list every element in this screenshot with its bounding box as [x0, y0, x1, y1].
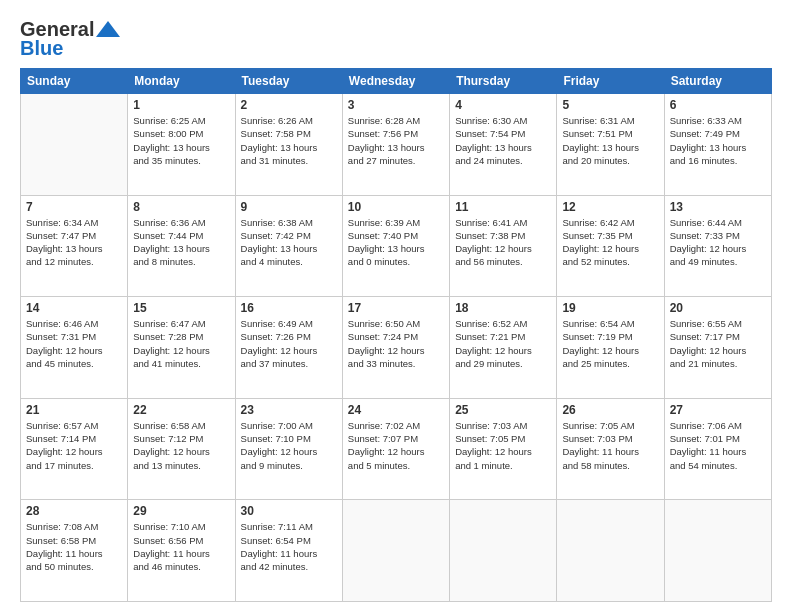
calendar-cell: 11Sunrise: 6:41 AM Sunset: 7:38 PM Dayli…	[450, 195, 557, 297]
page: General Blue SundayMondayTuesdayWednesda…	[0, 0, 792, 612]
day-number: 18	[455, 301, 551, 315]
day-info: Sunrise: 6:31 AM Sunset: 7:51 PM Dayligh…	[562, 114, 658, 167]
week-row-5: 28Sunrise: 7:08 AM Sunset: 6:58 PM Dayli…	[21, 500, 772, 602]
logo: General Blue	[20, 18, 120, 60]
calendar-cell: 13Sunrise: 6:44 AM Sunset: 7:33 PM Dayli…	[664, 195, 771, 297]
day-number: 1	[133, 98, 229, 112]
day-info: Sunrise: 6:33 AM Sunset: 7:49 PM Dayligh…	[670, 114, 766, 167]
week-row-2: 7Sunrise: 6:34 AM Sunset: 7:47 PM Daylig…	[21, 195, 772, 297]
day-info: Sunrise: 7:06 AM Sunset: 7:01 PM Dayligh…	[670, 419, 766, 472]
day-number: 29	[133, 504, 229, 518]
day-info: Sunrise: 7:02 AM Sunset: 7:07 PM Dayligh…	[348, 419, 444, 472]
day-number: 7	[26, 200, 122, 214]
calendar-cell: 1Sunrise: 6:25 AM Sunset: 8:00 PM Daylig…	[128, 94, 235, 196]
day-info: Sunrise: 6:47 AM Sunset: 7:28 PM Dayligh…	[133, 317, 229, 370]
calendar-cell	[557, 500, 664, 602]
svg-marker-0	[96, 21, 120, 37]
calendar-cell: 4Sunrise: 6:30 AM Sunset: 7:54 PM Daylig…	[450, 94, 557, 196]
day-info: Sunrise: 6:34 AM Sunset: 7:47 PM Dayligh…	[26, 216, 122, 269]
day-number: 9	[241, 200, 337, 214]
calendar-cell: 15Sunrise: 6:47 AM Sunset: 7:28 PM Dayli…	[128, 297, 235, 399]
day-info: Sunrise: 6:41 AM Sunset: 7:38 PM Dayligh…	[455, 216, 551, 269]
weekday-tuesday: Tuesday	[235, 69, 342, 94]
day-number: 20	[670, 301, 766, 315]
calendar-cell: 18Sunrise: 6:52 AM Sunset: 7:21 PM Dayli…	[450, 297, 557, 399]
day-info: Sunrise: 6:39 AM Sunset: 7:40 PM Dayligh…	[348, 216, 444, 269]
day-info: Sunrise: 7:11 AM Sunset: 6:54 PM Dayligh…	[241, 520, 337, 573]
day-number: 14	[26, 301, 122, 315]
day-number: 2	[241, 98, 337, 112]
weekday-sunday: Sunday	[21, 69, 128, 94]
day-info: Sunrise: 7:00 AM Sunset: 7:10 PM Dayligh…	[241, 419, 337, 472]
day-number: 19	[562, 301, 658, 315]
day-number: 30	[241, 504, 337, 518]
calendar-cell: 16Sunrise: 6:49 AM Sunset: 7:26 PM Dayli…	[235, 297, 342, 399]
calendar-cell: 8Sunrise: 6:36 AM Sunset: 7:44 PM Daylig…	[128, 195, 235, 297]
weekday-friday: Friday	[557, 69, 664, 94]
day-number: 6	[670, 98, 766, 112]
day-number: 21	[26, 403, 122, 417]
calendar-cell: 7Sunrise: 6:34 AM Sunset: 7:47 PM Daylig…	[21, 195, 128, 297]
day-number: 11	[455, 200, 551, 214]
calendar-cell	[342, 500, 449, 602]
day-info: Sunrise: 7:05 AM Sunset: 7:03 PM Dayligh…	[562, 419, 658, 472]
calendar-cell: 6Sunrise: 6:33 AM Sunset: 7:49 PM Daylig…	[664, 94, 771, 196]
calendar-cell: 5Sunrise: 6:31 AM Sunset: 7:51 PM Daylig…	[557, 94, 664, 196]
day-number: 16	[241, 301, 337, 315]
day-info: Sunrise: 6:30 AM Sunset: 7:54 PM Dayligh…	[455, 114, 551, 167]
header: General Blue	[20, 18, 772, 60]
calendar-cell	[450, 500, 557, 602]
day-info: Sunrise: 6:52 AM Sunset: 7:21 PM Dayligh…	[455, 317, 551, 370]
calendar-cell: 25Sunrise: 7:03 AM Sunset: 7:05 PM Dayli…	[450, 398, 557, 500]
day-number: 25	[455, 403, 551, 417]
calendar-cell: 12Sunrise: 6:42 AM Sunset: 7:35 PM Dayli…	[557, 195, 664, 297]
calendar: SundayMondayTuesdayWednesdayThursdayFrid…	[20, 68, 772, 602]
calendar-cell: 9Sunrise: 6:38 AM Sunset: 7:42 PM Daylig…	[235, 195, 342, 297]
day-number: 24	[348, 403, 444, 417]
day-info: Sunrise: 7:08 AM Sunset: 6:58 PM Dayligh…	[26, 520, 122, 573]
day-number: 4	[455, 98, 551, 112]
calendar-cell: 24Sunrise: 7:02 AM Sunset: 7:07 PM Dayli…	[342, 398, 449, 500]
day-info: Sunrise: 6:44 AM Sunset: 7:33 PM Dayligh…	[670, 216, 766, 269]
day-info: Sunrise: 6:36 AM Sunset: 7:44 PM Dayligh…	[133, 216, 229, 269]
day-info: Sunrise: 6:49 AM Sunset: 7:26 PM Dayligh…	[241, 317, 337, 370]
day-info: Sunrise: 6:42 AM Sunset: 7:35 PM Dayligh…	[562, 216, 658, 269]
day-info: Sunrise: 6:55 AM Sunset: 7:17 PM Dayligh…	[670, 317, 766, 370]
calendar-cell: 21Sunrise: 6:57 AM Sunset: 7:14 PM Dayli…	[21, 398, 128, 500]
calendar-header: SundayMondayTuesdayWednesdayThursdayFrid…	[21, 69, 772, 94]
day-number: 22	[133, 403, 229, 417]
week-row-1: 1Sunrise: 6:25 AM Sunset: 8:00 PM Daylig…	[21, 94, 772, 196]
day-number: 15	[133, 301, 229, 315]
calendar-cell: 26Sunrise: 7:05 AM Sunset: 7:03 PM Dayli…	[557, 398, 664, 500]
day-number: 17	[348, 301, 444, 315]
day-number: 27	[670, 403, 766, 417]
day-number: 13	[670, 200, 766, 214]
day-number: 8	[133, 200, 229, 214]
day-number: 23	[241, 403, 337, 417]
day-number: 26	[562, 403, 658, 417]
day-info: Sunrise: 6:57 AM Sunset: 7:14 PM Dayligh…	[26, 419, 122, 472]
day-info: Sunrise: 6:58 AM Sunset: 7:12 PM Dayligh…	[133, 419, 229, 472]
calendar-cell: 17Sunrise: 6:50 AM Sunset: 7:24 PM Dayli…	[342, 297, 449, 399]
day-info: Sunrise: 6:50 AM Sunset: 7:24 PM Dayligh…	[348, 317, 444, 370]
logo-blue: Blue	[20, 37, 63, 60]
calendar-cell: 22Sunrise: 6:58 AM Sunset: 7:12 PM Dayli…	[128, 398, 235, 500]
week-row-4: 21Sunrise: 6:57 AM Sunset: 7:14 PM Dayli…	[21, 398, 772, 500]
calendar-cell: 2Sunrise: 6:26 AM Sunset: 7:58 PM Daylig…	[235, 94, 342, 196]
logo-icon	[96, 21, 120, 37]
day-number: 28	[26, 504, 122, 518]
weekday-row: SundayMondayTuesdayWednesdayThursdayFrid…	[21, 69, 772, 94]
calendar-cell	[21, 94, 128, 196]
calendar-cell: 14Sunrise: 6:46 AM Sunset: 7:31 PM Dayli…	[21, 297, 128, 399]
calendar-body: 1Sunrise: 6:25 AM Sunset: 8:00 PM Daylig…	[21, 94, 772, 602]
day-number: 3	[348, 98, 444, 112]
calendar-cell: 23Sunrise: 7:00 AM Sunset: 7:10 PM Dayli…	[235, 398, 342, 500]
day-number: 5	[562, 98, 658, 112]
calendar-cell: 29Sunrise: 7:10 AM Sunset: 6:56 PM Dayli…	[128, 500, 235, 602]
weekday-thursday: Thursday	[450, 69, 557, 94]
calendar-cell: 27Sunrise: 7:06 AM Sunset: 7:01 PM Dayli…	[664, 398, 771, 500]
calendar-cell: 30Sunrise: 7:11 AM Sunset: 6:54 PM Dayli…	[235, 500, 342, 602]
day-info: Sunrise: 7:03 AM Sunset: 7:05 PM Dayligh…	[455, 419, 551, 472]
day-info: Sunrise: 7:10 AM Sunset: 6:56 PM Dayligh…	[133, 520, 229, 573]
day-info: Sunrise: 6:46 AM Sunset: 7:31 PM Dayligh…	[26, 317, 122, 370]
